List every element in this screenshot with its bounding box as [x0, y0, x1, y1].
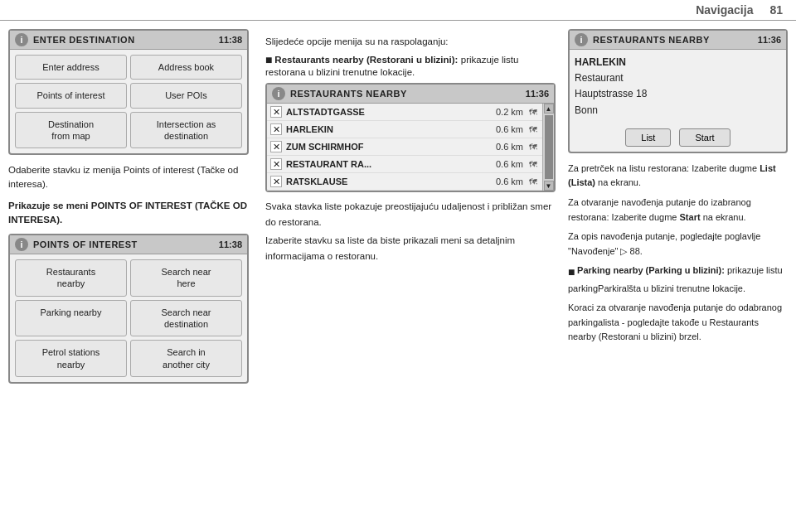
poi-body: Restaurantsnearby Search nearhere Parkin… — [10, 254, 247, 382]
petrol-stations-btn[interactable]: Petrol stationsnearby — [15, 340, 127, 377]
row-checkbox[interactable]: ✕ — [270, 158, 282, 170]
detail-screen-header: i RESTAURANTS NEARBY 11:36 — [570, 31, 786, 50]
scrollbar[interactable]: ▲ ▼ — [542, 104, 554, 191]
points-of-interest-btn[interactable]: Points of interest — [15, 83, 127, 108]
enter-dest-header: i ENTER DESTINATION 11:38 — [10, 31, 247, 50]
detail-screen-title: RESTAURANTS NEARBY — [593, 35, 758, 45]
poi-info-icon: i — [15, 238, 28, 251]
right-info-text: Za pretrček na listu restorana: Izaberit… — [568, 162, 788, 345]
start-button[interactable]: Start — [679, 128, 730, 147]
scroll-down-btn[interactable]: ▼ — [544, 181, 554, 191]
enter-dest-time: 11:38 — [219, 35, 242, 45]
row-checkbox[interactable]: ✕ — [270, 106, 282, 118]
restaurant-detail-body: HARLEKIN Restaurant Hauptstrasse 18 Bonn — [570, 50, 786, 123]
left-text2: Prikazuje se meni POINTS OF INTEREST (TA… — [8, 199, 249, 228]
restaurant-type: Restaurant — [575, 70, 781, 86]
list-item[interactable]: ✕ ALTSTADTGASSE 0.2 km 🗺 — [267, 104, 542, 121]
search-another-city-btn[interactable]: Search inanother city — [130, 340, 242, 377]
enter-dest-body: Enter address Address book Points of int… — [10, 50, 247, 153]
enter-dest-btn-grid: Enter address Address book Points of int… — [15, 55, 242, 148]
enter-address-btn[interactable]: Enter address — [15, 55, 127, 80]
bullet1: ■ Restaurants nearby (Restorani u blizin… — [265, 54, 556, 78]
list-item[interactable]: ✕ ZUM SCHIRMHOF 0.6 km 🗺 — [267, 138, 542, 156]
right-text-sec2: Za otvaranje navođenja putanje do izabra… — [568, 196, 788, 225]
restaurants-list-screen: i RESTAURANTS NEARBY 11:36 ✕ ALTSTADTGAS… — [265, 83, 556, 192]
main-content: i ENTER DESTINATION 11:38 Enter address … — [0, 21, 796, 528]
left-column: i ENTER DESTINATION 11:38 Enter address … — [8, 29, 257, 520]
user-pois-btn[interactable]: User POIs — [130, 83, 242, 108]
scroll-thumb — [545, 115, 553, 179]
detail-info-icon: i — [575, 33, 588, 46]
map-icon: 🗺 — [527, 123, 539, 135]
center-intro: Slijedeće opcije menija su na raspolagan… — [265, 34, 556, 49]
rest-list-info-icon: i — [272, 87, 285, 100]
search-near-here-btn[interactable]: Search nearhere — [130, 259, 242, 297]
poi-screen: i POINTS OF INTEREST 11:38 Restaurantsne… — [8, 234, 249, 384]
left-text1: Odaberite stavku iz menija Points of int… — [8, 163, 249, 192]
bullet-dot-1: ■ — [265, 53, 272, 66]
rest-list-header: i RESTAURANTS NEARBY 11:36 — [267, 85, 554, 104]
map-icon: 🗺 — [527, 176, 539, 187]
right-column: i RESTAURANTS NEARBY 11:36 HARLEKIN Rest… — [564, 29, 788, 520]
enter-dest-title: ENTER DESTINATION — [33, 35, 219, 45]
rest-list-body: ✕ ALTSTADTGASSE 0.2 km 🗺 ✕ HARLEKIN 0.6 … — [267, 104, 554, 191]
search-near-dest-btn[interactable]: Search neardestination — [130, 300, 242, 337]
restaurant-list: ✕ ALTSTADTGASSE 0.2 km 🗺 ✕ HARLEKIN 0.6 … — [267, 104, 542, 191]
poi-title: POINTS OF INTEREST — [33, 239, 219, 249]
list-item[interactable]: ✕ RATSKLAUSE 0.6 km 🗺 — [267, 173, 542, 191]
center-body-text2: Izaberite stavku sa liste da biste prika… — [265, 233, 556, 264]
list-button[interactable]: List — [625, 128, 671, 147]
detail-action-btns: List Start — [570, 123, 786, 152]
page-header: Navigacija 81 — [0, 0, 796, 21]
restaurant-city: Bonn — [575, 103, 781, 118]
right-text-sec3: Za opis navođenja putanje, pogledajte po… — [568, 230, 788, 259]
right-text-sec1: Za pretrček na listu restorana: Izaberit… — [568, 162, 788, 191]
restaurant-name: HARLEKIN — [575, 55, 781, 70]
list-item[interactable]: ✕ HARLEKIN 0.6 km 🗺 — [267, 121, 542, 138]
destination-from-map-btn[interactable]: Destinationfrom map — [15, 112, 127, 149]
row-checkbox[interactable]: ✕ — [270, 141, 282, 152]
row-checkbox[interactable]: ✕ — [270, 176, 282, 187]
bullet-dot-2: ■ — [568, 263, 575, 281]
center-body-text1: Svaka stavka liste pokazuje preostijajuć… — [265, 199, 556, 230]
poi-btn-grid: Restaurantsnearby Search nearhere Parkin… — [15, 259, 242, 377]
bullet2-label: Parking nearby (Parking u blizini): — [577, 265, 725, 275]
page-number: 81 — [769, 3, 783, 17]
row-checkbox[interactable]: ✕ — [270, 123, 282, 135]
bullet2: ■ Parking nearby (Parking u blizini): pr… — [568, 264, 788, 296]
rest-list-time: 11:36 — [526, 89, 549, 99]
poi-header: i POINTS OF INTEREST 11:38 — [10, 235, 247, 254]
rest-list-title: RESTAURANTS NEARBY — [290, 89, 526, 99]
restaurant-detail-screen: i RESTAURANTS NEARBY 11:36 HARLEKIN Rest… — [568, 29, 788, 153]
restaurant-address: Hauptstrasse 18 — [575, 86, 781, 102]
enter-destination-screen: i ENTER DESTINATION 11:38 Enter address … — [8, 29, 249, 155]
bullet1-label: Restaurants nearby (Restorani u blizini)… — [274, 55, 458, 65]
map-icon: 🗺 — [527, 158, 539, 170]
scroll-up-btn[interactable]: ▲ — [544, 104, 554, 114]
map-icon: 🗺 — [527, 141, 539, 152]
address-book-btn[interactable]: Address book — [130, 55, 242, 80]
list-item[interactable]: ✕ RESTAURANT RA... 0.6 km 🗺 — [267, 156, 542, 173]
info-icon: i — [15, 33, 28, 46]
detail-screen-time: 11:36 — [758, 35, 781, 45]
map-icon: 🗺 — [527, 106, 539, 118]
restaurants-nearby-btn[interactable]: Restaurantsnearby — [15, 259, 127, 297]
intersection-btn[interactable]: Intersection asdestination — [130, 112, 242, 149]
right-text-bullet2-extra: Koraci za otvaranje navođenja putanje do… — [568, 301, 788, 345]
center-column: Slijedeće opcije menija su na raspolagan… — [257, 29, 564, 520]
poi-time: 11:38 — [219, 239, 242, 249]
parking-nearby-btn[interactable]: Parking nearby — [15, 300, 127, 337]
page-title: Navigacija — [696, 3, 753, 17]
